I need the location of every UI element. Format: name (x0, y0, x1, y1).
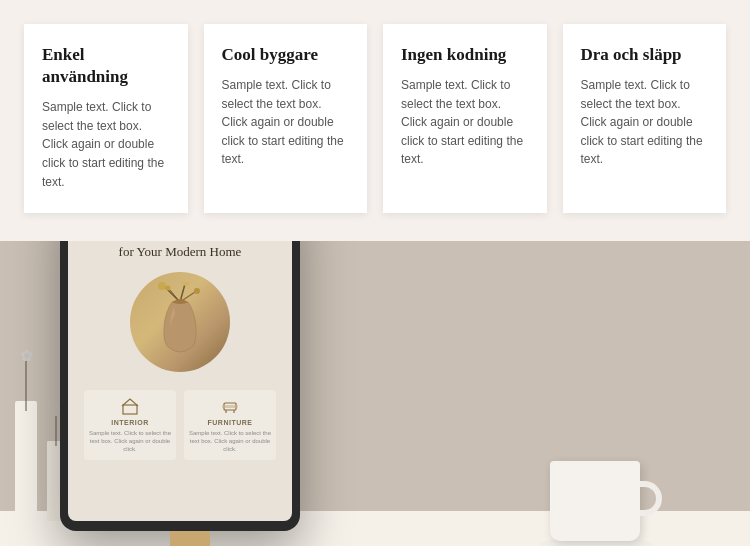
tablet-hero-image (130, 272, 230, 372)
vase-illustration (150, 282, 210, 362)
feature-title-3: Ingen kodning (401, 44, 529, 66)
feature-body-2: Sample text. Click to select the text bo… (222, 76, 350, 169)
interior-icon (120, 396, 140, 416)
photo-section: 🔒 Interior Design Ideas for Your Modern … (0, 241, 750, 546)
tablet-content: Interior Design Ideas for Your Modern Ho… (68, 241, 292, 470)
feature-body-4: Sample text. Click to select the text bo… (581, 76, 709, 169)
tablet-stand (170, 531, 210, 546)
tablet-icon-row: INTERIOR Sample text. Click to select th… (80, 382, 280, 460)
tablet-screen: 🔒 Interior Design Ideas for Your Modern … (68, 241, 292, 521)
svg-rect-8 (123, 405, 137, 414)
furniture-block: FURNITURE Sample text. Click to select t… (184, 390, 276, 460)
svg-point-1 (158, 282, 166, 290)
feature-title-2: Cool byggare (222, 44, 350, 66)
feature-body-3: Sample text. Click to select the text bo… (401, 76, 529, 169)
furniture-icon (220, 396, 240, 416)
interior-block: INTERIOR Sample text. Click to select th… (84, 390, 176, 460)
feature-body-1: Sample text. Click to select the text bo… (42, 98, 170, 191)
svg-point-7 (166, 285, 171, 290)
vase-decoration (15, 401, 65, 531)
feature-card-3[interactable]: Ingen kodning Sample text. Click to sele… (383, 24, 547, 213)
feature-card-1[interactable]: Enkel användning Sample text. Click to s… (24, 24, 188, 213)
tablet-device: 🔒 Interior Design Ideas for Your Modern … (60, 241, 300, 531)
cup-body (550, 461, 640, 541)
svg-point-5 (194, 288, 200, 294)
feature-title-4: Dra och släpp (581, 44, 709, 66)
svg-rect-12 (222, 405, 238, 408)
coffee-cup (550, 461, 650, 546)
feature-card-4[interactable]: Dra och släpp Sample text. Click to sele… (563, 24, 727, 213)
tablet-title: Interior Design Ideas for Your Modern Ho… (80, 241, 280, 261)
features-section: Enkel användning Sample text. Click to s… (0, 0, 750, 241)
feature-title-1: Enkel användning (42, 44, 170, 88)
tablet-mockup: 🔒 Interior Design Ideas for Your Modern … (60, 241, 320, 546)
vase-tall (15, 401, 37, 531)
feature-card-2[interactable]: Cool byggare Sample text. Click to selec… (204, 24, 368, 213)
